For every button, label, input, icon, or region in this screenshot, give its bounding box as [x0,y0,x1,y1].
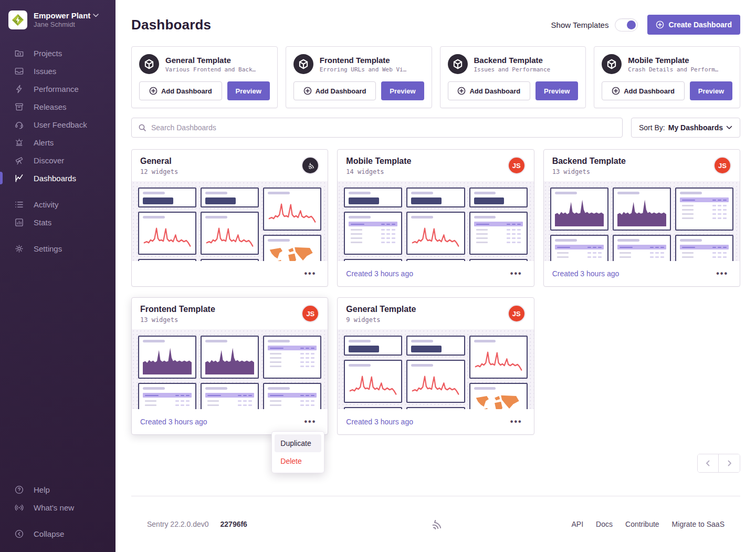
sidebar-item-label: Stats [34,218,51,227]
mini-table-header [143,393,192,398]
sidebar-item-collapse[interactable]: Collapse [0,525,116,543]
toggle-knob [627,20,636,29]
sidebar-item-activity[interactable]: Activity [0,195,116,213]
org-switcher[interactable]: Empower Plant Jane Schmidt [0,11,116,29]
footer-link-migrate-to-saas[interactable]: Migrate to SaaS [672,520,724,528]
sidebar-item-dashboards[interactable]: Dashboards [0,169,116,187]
sidebar-item-stats[interactable]: Stats [0,213,116,231]
preview-button[interactable]: Preview [690,81,732,100]
collapse-icon [14,528,24,539]
mini-widget-title [474,216,496,218]
search-input[interactable] [151,123,616,132]
context-menu-item-duplicate[interactable]: Duplicate [275,434,321,452]
add-dashboard-button[interactable]: Add Dashboard [293,81,376,100]
mini-table-widget [263,336,321,379]
footer-links: APIDocsContributeMigrate to SaaS [504,520,724,528]
sidebar-item-user-feedback[interactable]: User Feedback [0,116,116,133]
create-dashboard-button[interactable]: Create Dashboard [647,15,740,35]
card-context-menu-button[interactable]: ••• [301,267,320,280]
sidebar-nav: ProjectsIssuesPerformanceReleasesUser Fe… [0,44,116,257]
template-cube-badge [448,54,468,74]
sidebar-item-performance[interactable]: Performance [0,80,116,98]
preview-button[interactable]: Preview [227,81,270,100]
template-card-mobile-template: Mobile Template Crash Details and Perfor… [594,46,740,108]
next-page-button[interactable] [719,454,740,472]
sidebar-item-releases[interactable]: Releases [0,98,116,116]
sidebar-item-label: User Feedback [34,120,87,129]
created-timestamp: Created 3 hours ago [552,269,620,278]
previous-page-button[interactable] [698,454,719,472]
dashboard-card-general-template[interactable]: General Template 9 widgetsJSCreated 3 ho… [337,297,534,435]
sidebar-item-projects[interactable]: Projects [0,44,116,62]
mini-area-widget [550,188,608,231]
user-name: Jane Schmidt [34,20,99,29]
mini-table-row [268,400,317,402]
card-context-menu-button[interactable]: ••• [507,415,526,428]
add-dashboard-label: Add Dashboard [624,87,675,95]
dashboard-card-footer: Created 3 hours ago ••• [132,409,328,434]
mini-bignumber-bar [349,197,379,204]
sort-value: My Dashboards [668,123,723,132]
sidebar-item-alerts[interactable]: Alerts [0,133,116,151]
card-context-menu-button[interactable]: ••• [301,415,320,428]
mini-widget-title [349,364,371,367]
mini-bignumber-bar [349,346,379,352]
mini-bignumber-widget [469,188,528,207]
sentry-logo-icon [428,516,444,532]
mini-widget-title [143,340,165,342]
mini-widget-title [143,387,165,390]
add-dashboard-button[interactable]: Add Dashboard [139,81,222,100]
mini-table-widget [469,212,528,255]
mini-table-row [555,252,604,254]
mini-table-widget [201,383,259,409]
dashboard-card-footer: Created 3 hours ago ••• [338,261,533,286]
discover-icon [14,155,24,165]
sidebar-item-issues[interactable]: Issues [0,62,116,80]
mini-bignumber-widget [138,188,196,207]
dashboard-preview [132,181,328,261]
sentry-version: Sentry 22.2.0.dev0 [147,520,209,528]
card-context-menu-button[interactable]: ••• [713,267,731,280]
mini-table-widget [138,383,196,409]
mini-world-map [268,245,317,261]
footer-link-contribute[interactable]: Contribute [625,520,659,528]
template-title: Mobile Template [628,56,718,65]
mini-table-row [680,205,729,206]
mini-widget-title [555,192,577,194]
dashboard-widget-count: 13 widgets [552,168,626,175]
add-dashboard-button[interactable]: Add Dashboard [602,81,685,100]
projects-icon [14,48,24,58]
sidebar-item-what-s-new[interactable]: What's new [0,498,116,516]
sort-by-dropdown[interactable]: Sort By: My Dashboards [631,118,740,138]
dashboard-card-general[interactable]: General 12 widgets ••• [131,149,328,287]
mini-area-chart [205,346,254,374]
context-menu-item-delete[interactable]: Delete [275,452,321,470]
preview-button[interactable]: Preview [381,81,424,100]
dashboard-widget-count: 13 widgets [140,316,215,324]
footer-link-docs[interactable]: Docs [596,520,613,528]
dashboard-card-frontend-template[interactable]: Frontend Template 13 widgetsJSCreated 3 … [131,297,328,435]
dashboard-card-mobile-template[interactable]: Mobile Template 14 widgetsJSCreated 3 ho… [337,149,534,287]
template-card-frontend-template: Frontend Template Erroring URLs and Web … [286,46,432,108]
mini-table-row [143,404,192,406]
mini-area-chart [555,197,604,226]
dashboard-card-backend-template[interactable]: Backend Template 13 widgetsJSCreated 3 h… [543,149,740,287]
mini-table-row [680,217,729,219]
sidebar-item-settings[interactable]: Settings [0,239,116,257]
mini-line-chart [474,346,523,374]
card-context-menu-button[interactable]: ••• [507,267,526,280]
show-templates-toggle[interactable] [615,18,638,32]
add-dashboard-button[interactable]: Add Dashboard [448,81,531,100]
mini-table-widget [675,235,733,261]
dashboard-card-header: Mobile Template 14 widgetsJS [338,150,533,181]
sidebar-item-discover[interactable]: Discover [0,151,116,169]
mini-line-widget [138,212,196,255]
template-description: Issues and Performance [474,66,551,73]
mini-table-widget [344,212,402,255]
footer-link-api[interactable]: API [572,520,584,528]
mini-table-row [349,233,397,235]
sidebar-item-help[interactable]: Help [0,481,116,498]
mini-table-row [268,353,317,355]
mini-table-row [205,400,254,402]
preview-button[interactable]: Preview [536,81,578,100]
